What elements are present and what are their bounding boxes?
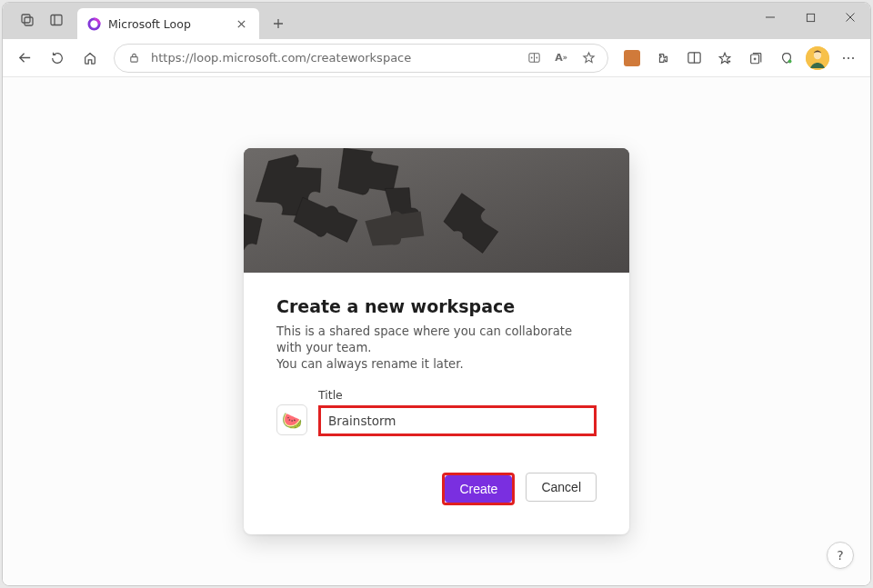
dialog-description: This is a shared space where you can col…: [276, 324, 597, 372]
svg-point-28: [788, 59, 792, 63]
new-tab-button[interactable]: [265, 10, 292, 37]
svg-rect-0: [22, 15, 30, 23]
dialog-description-line2: You can always rename it later.: [276, 357, 464, 371]
title-bar-left: [10, 8, 74, 39]
minimize-button[interactable]: [750, 3, 790, 32]
maximize-button[interactable]: [790, 3, 830, 32]
dialog-title: Create a new workspace: [276, 296, 597, 316]
create-button-highlight: Create: [442, 473, 515, 505]
svg-rect-2: [51, 15, 62, 25]
read-aloud-icon[interactable]: A»: [551, 48, 571, 68]
refresh-button[interactable]: [43, 44, 72, 73]
split-screen-icon[interactable]: [679, 44, 708, 73]
browser-essentials-icon[interactable]: [772, 44, 801, 73]
svg-point-31: [843, 56, 845, 58]
browser-toolbar: https://loop.microsoft.com/createworkspa…: [3, 39, 870, 77]
cancel-button[interactable]: Cancel: [526, 473, 597, 502]
svg-marker-19: [583, 53, 593, 63]
loop-favicon-icon: [86, 16, 101, 31]
title-bar: Microsoft Loop: [3, 3, 870, 39]
svg-point-18: [531, 57, 532, 58]
toolbar-right: [617, 44, 863, 73]
title-form-row: 🍉 Title: [276, 388, 597, 436]
create-workspace-dialog: Create a new workspace This is a shared …: [244, 148, 629, 534]
app-install-icon[interactable]: [524, 48, 544, 68]
vertical-tabs-icon[interactable]: [45, 8, 68, 32]
settings-menu-icon[interactable]: [834, 44, 863, 73]
address-bar[interactable]: https://loop.microsoft.com/createworkspa…: [114, 44, 608, 73]
favorites-icon[interactable]: [710, 44, 739, 73]
dialog-description-line1: This is a shared space where you can col…: [276, 324, 572, 354]
home-button[interactable]: [75, 44, 105, 73]
back-button[interactable]: [10, 44, 39, 73]
title-input[interactable]: [328, 414, 587, 428]
profile-avatar[interactable]: [803, 44, 832, 73]
dialog-hero-image: [244, 148, 629, 273]
create-button[interactable]: Create: [445, 475, 512, 503]
site-info-lock-icon[interactable]: [124, 48, 144, 68]
dialog-actions: Create Cancel: [276, 473, 597, 505]
extension-orange-icon[interactable]: [617, 44, 647, 73]
favorite-star-icon[interactable]: [578, 48, 598, 68]
page-content: Create a new workspace This is a shared …: [3, 77, 870, 585]
url-text: https://loop.microsoft.com/createworkspa…: [151, 51, 517, 65]
help-button[interactable]: ?: [827, 542, 854, 569]
collections-icon[interactable]: [741, 44, 770, 73]
title-input-highlight: [318, 405, 597, 436]
workspace-icon-picker[interactable]: 🍉: [276, 404, 307, 435]
svg-point-17: [536, 57, 537, 58]
svg-rect-10: [807, 14, 814, 21]
browser-window: Microsoft Loop: [2, 2, 871, 586]
extensions-icon[interactable]: [648, 44, 677, 73]
workspace-emoji: 🍉: [282, 411, 302, 430]
svg-point-32: [848, 56, 849, 58]
svg-point-30: [814, 51, 821, 58]
svg-rect-14: [130, 57, 136, 63]
help-icon: ?: [837, 548, 843, 563]
svg-rect-1: [25, 17, 33, 25]
title-field: Title: [318, 388, 597, 436]
dialog-body: Create a new workspace This is a shared …: [244, 273, 629, 534]
window-controls: [750, 3, 870, 35]
window-close-button[interactable]: [830, 3, 870, 32]
svg-point-33: [852, 56, 854, 58]
tab-close-icon[interactable]: [232, 15, 250, 33]
browser-tab[interactable]: Microsoft Loop: [77, 8, 259, 39]
title-field-label: Title: [318, 388, 597, 402]
tab-actions-icon[interactable]: [15, 8, 39, 32]
tab-title: Microsoft Loop: [108, 17, 225, 31]
